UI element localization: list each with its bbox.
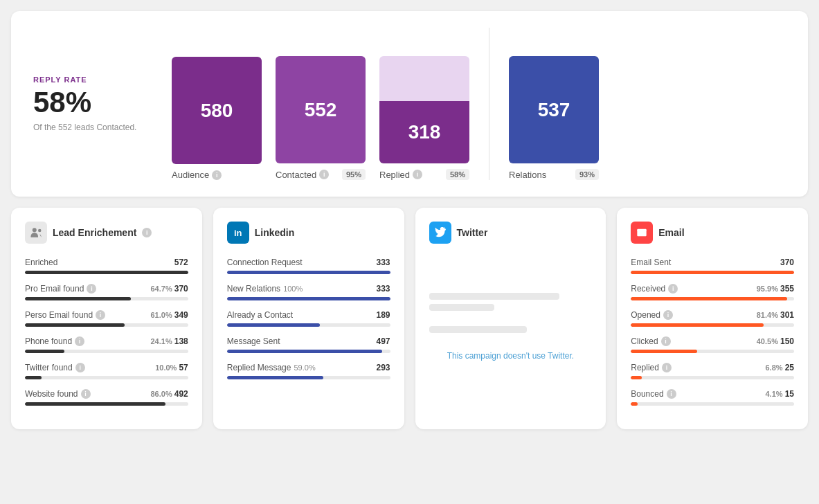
metric-row-0: Connection Request333: [227, 258, 390, 274]
replied-bottom: 318: [379, 101, 469, 163]
metric-info-icon-2[interactable]: i: [96, 310, 105, 320]
progress-fill-3: [25, 350, 64, 353]
metric-top-1: Receivedi95.9% 355: [631, 284, 794, 294]
metric-value-2: 81.4% 301: [757, 310, 794, 320]
progress-bg-1: [631, 297, 794, 300]
metric-label-5: Bouncedi: [631, 389, 676, 399]
metric-value-2: 189: [376, 310, 390, 320]
bottom-grid: Lead Enrichement i Enriched572Pro Email …: [11, 208, 808, 429]
progress-bg-4: [227, 376, 390, 379]
lead-enrichment-header: Lead Enrichement i: [25, 222, 188, 244]
email-metrics: Email Sent370Receivedi95.9% 355Openedi81…: [631, 258, 794, 406]
replied-info-icon[interactable]: i: [413, 170, 422, 179]
metric-info-icon-4[interactable]: i: [662, 363, 672, 372]
email-header: Email: [631, 222, 794, 244]
metric-label-1: Pro Email foundi: [25, 284, 96, 294]
contacted-label-row: Contacted i 95%: [276, 169, 366, 180]
audience-value: 580: [201, 100, 233, 122]
progress-bg-2: [227, 323, 390, 327]
metric-label-0: Enriched: [25, 258, 57, 267]
svg-point-0: [33, 228, 37, 232]
twitter-skeleton: [429, 293, 593, 337]
progress-fill-0: [25, 271, 188, 274]
lead-metrics: Enriched572Pro Email foundi64.7% 370Pers…: [25, 258, 188, 406]
metric-label-2: Perso Email foundi: [25, 310, 105, 320]
lead-enrichment-info-icon[interactable]: i: [142, 228, 152, 237]
stats-blocks: 580 Audience i 552 Contacted i: [172, 28, 786, 180]
twitter-card: Twitter This campaign doesn't use Twitte…: [415, 208, 606, 429]
metric-top-5: Bouncedi4.1% 15: [631, 389, 794, 399]
contacted-label: Contacted i: [276, 170, 329, 180]
metric-value-5: 86.0% 492: [150, 389, 188, 399]
relations-bar: 537: [509, 56, 599, 163]
metric-value-5: 4.1% 15: [766, 389, 795, 399]
skeleton-2: [429, 304, 494, 311]
progress-fill-5: [631, 402, 638, 406]
progress-bg-4: [631, 376, 794, 379]
metric-label-1: New Relations 100%: [227, 284, 303, 294]
email-card: Email Email Sent370Receivedi95.9% 355Ope…: [617, 208, 808, 429]
lead-enrichment-card: Lead Enrichement i Enriched572Pro Email …: [11, 208, 202, 429]
twitter-empty-text: This campaign doesn't use Twitter.: [447, 351, 575, 361]
progress-bg-3: [227, 350, 390, 353]
metric-info-icon-4[interactable]: i: [75, 363, 85, 372]
metric-label-3: Phone foundi: [25, 336, 84, 346]
progress-fill-1: [25, 297, 131, 300]
metric-row-5: Website foundi86.0% 492: [25, 389, 188, 406]
metric-value-1: 333: [376, 284, 390, 294]
metric-row-3: Clickedi40.5% 150: [631, 336, 794, 353]
top-card: REPLY RATE 58% Of the 552 leads Contacte…: [11, 11, 808, 197]
metric-row-3: Message Sent497: [227, 336, 390, 353]
metric-info-icon-3[interactable]: i: [661, 336, 671, 346]
progress-bg-0: [25, 271, 188, 274]
metric-value-0: 572: [174, 258, 188, 267]
audience-info-icon[interactable]: i: [212, 170, 222, 180]
metric-top-2: Perso Email foundi61.0% 349: [25, 310, 188, 320]
metric-info-icon-5[interactable]: i: [667, 389, 676, 399]
twitter-title: Twitter: [457, 227, 488, 238]
metric-row-3: Phone foundi24.1% 138: [25, 336, 188, 353]
metric-top-0: Email Sent370: [631, 258, 794, 267]
divider: [489, 28, 489, 180]
lead-enrichment-title: Lead Enrichement: [53, 227, 136, 238]
metric-top-1: New Relations 100%333: [227, 284, 390, 294]
metric-label-1: Receivedi: [631, 284, 678, 294]
progress-bg-1: [25, 297, 188, 300]
progress-fill-1: [227, 297, 390, 300]
progress-fill-2: [227, 323, 320, 327]
contacted-bar: 552: [276, 56, 366, 163]
progress-bg-1: [227, 297, 390, 300]
svg-point-1: [38, 229, 42, 233]
metric-info-icon-1[interactable]: i: [87, 284, 96, 294]
progress-fill-1: [631, 297, 787, 300]
progress-fill-4: [631, 376, 642, 379]
linkedin-header: in Linkedin: [227, 222, 390, 244]
metric-info-icon-3[interactable]: i: [75, 336, 84, 346]
progress-fill-3: [227, 350, 382, 353]
metric-top-0: Enriched572: [25, 258, 188, 267]
progress-fill-4: [25, 376, 42, 379]
linkedin-metrics: Connection Request333New Relations 100%3…: [227, 258, 390, 379]
metric-row-2: Openedi81.4% 301: [631, 310, 794, 327]
metric-value-3: 24.1% 138: [150, 336, 188, 346]
metric-info-icon-5[interactable]: i: [81, 389, 91, 399]
metric-row-1: Receivedi95.9% 355: [631, 284, 794, 300]
metric-value-3: 40.5% 150: [757, 336, 794, 346]
replied-label: Replied i: [379, 170, 422, 180]
metric-label-2: Already a Contact: [227, 310, 293, 320]
twitter-header: Twitter: [429, 222, 593, 244]
metric-label-2: Openedi: [631, 310, 673, 320]
progress-bg-5: [25, 402, 188, 406]
metric-value-3: 497: [376, 336, 390, 346]
metric-label-3: Message Sent: [227, 336, 280, 346]
metric-info-icon-1[interactable]: i: [668, 284, 678, 294]
progress-fill-2: [631, 323, 764, 327]
contacted-info-icon[interactable]: i: [319, 170, 329, 179]
metric-value-4: 6.8% 25: [766, 363, 795, 372]
metric-info-icon-2[interactable]: i: [663, 310, 673, 320]
progress-fill-0: [227, 271, 390, 274]
metric-row-5: Bouncedi4.1% 15: [631, 389, 794, 406]
metric-top-4: Replied Message 59.0%293: [227, 363, 390, 372]
progress-bg-0: [227, 271, 390, 274]
reply-rate-section: REPLY RATE 58% Of the 552 leads Contacte…: [33, 75, 144, 132]
